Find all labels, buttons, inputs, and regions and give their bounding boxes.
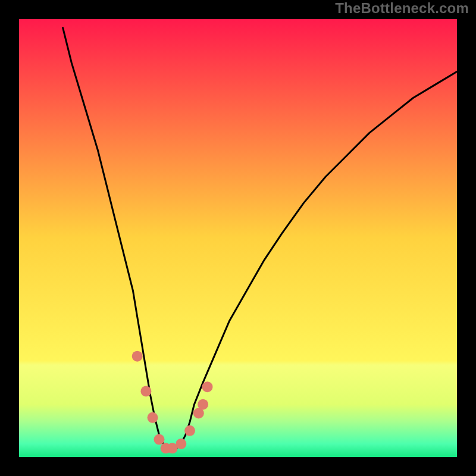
chart-stage: TheBottleneck.com (0, 0, 476, 476)
point (140, 386, 151, 397)
point (132, 351, 143, 362)
bottleneck-chart (0, 0, 476, 476)
point (154, 434, 165, 445)
chart-background (19, 19, 457, 457)
point (202, 381, 213, 392)
point (176, 439, 186, 449)
point (148, 412, 158, 423)
watermark-text: TheBottleneck.com (335, 0, 469, 17)
point (184, 425, 195, 436)
point (198, 399, 208, 410)
